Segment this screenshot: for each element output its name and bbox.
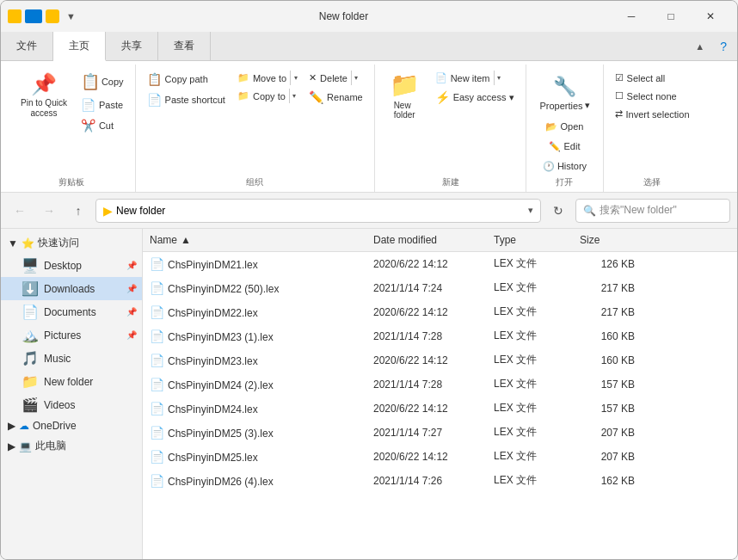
sidebar-item-music[interactable]: 🎵 Music <box>1 347 142 370</box>
quick-access-header[interactable]: ▼ ⭐ 快速访问 <box>1 232 142 254</box>
properties-arrow: ▾ <box>585 100 590 111</box>
file-type: LEX 文件 <box>487 326 573 346</box>
sidebar-item-downloads[interactable]: ⬇️ Downloads 📌 <box>1 277 142 300</box>
help-button[interactable]: ? <box>710 32 737 60</box>
file-name: 📄ChsPinyinDM23 (1).lex <box>143 327 366 346</box>
file-name: 📄ChsPinyinDM24 (2).lex <box>143 375 366 394</box>
titlebar-folder-icon-yellow <box>8 9 22 23</box>
music-icon: 🎵 <box>22 350 39 366</box>
file-row[interactable]: 📄ChsPinyinDM25 (3).lex 2021/1/14 7:27 LE… <box>143 421 737 445</box>
search-bar[interactable]: 🔍 搜索"New folder" <box>575 199 730 223</box>
forward-button[interactable]: → <box>37 199 61 223</box>
sidebar-item-desktop[interactable]: 🖥️ Desktop 📌 <box>1 254 142 277</box>
cut-button[interactable]: ✂️ Cut <box>77 116 128 135</box>
file-row[interactable]: 📄ChsPinyinDM25.lex 2020/6/22 14:12 LEX 文… <box>143 445 737 469</box>
file-date: 2020/6/22 14:12 <box>366 304 487 321</box>
move-to-main[interactable]: 📁 Move to <box>234 71 290 85</box>
sidebar-item-documents[interactable]: 📄 Documents 📌 <box>1 300 142 323</box>
titlebar-icons: ▼ <box>8 9 76 23</box>
ribbon-toggle-arrow[interactable]: ▲ <box>690 32 710 60</box>
invert-selection-button[interactable]: ⇄ Invert selection <box>611 106 694 122</box>
minimize-button[interactable]: ─ <box>612 1 651 32</box>
pin-to-quick-access-button[interactable]: 📌 Pin to Quickaccess <box>15 68 73 123</box>
pictures-pin-icon: 📌 <box>126 330 137 340</box>
documents-icon: 📄 <box>22 304 39 320</box>
new-item-arrow[interactable]: ▾ <box>494 71 504 85</box>
sidebar-item-pictures[interactable]: 🏔️ Pictures 📌 <box>1 323 142 347</box>
paste-shortcut-button[interactable]: 📄 Paste shortcut <box>143 90 230 109</box>
select-all-button[interactable]: ☑ Select all <box>611 70 694 86</box>
new-folder-button[interactable]: 📁 Newfolder <box>382 68 427 122</box>
file-date: 2021/1/14 7:26 <box>366 472 487 489</box>
file-row[interactable]: 📄ChsPinyinDM24.lex 2020/6/22 14:12 LEX 文… <box>143 397 737 421</box>
header-date[interactable]: Date modified <box>366 232 487 248</box>
tab-home[interactable]: 主页 <box>53 32 106 61</box>
file-name: 📄ChsPinyinDM22.lex <box>143 303 366 322</box>
file-size: 217 KB <box>573 304 642 321</box>
open-button[interactable]: 📂 Open <box>541 119 587 135</box>
cut-icon: ✂️ <box>81 119 95 132</box>
header-type[interactable]: Type <box>487 232 573 248</box>
thispc-header[interactable]: ▶ 💻 此电脑 <box>1 435 142 457</box>
onedrive-header[interactable]: ▶ ☁ OneDrive <box>1 416 142 435</box>
file-name: 📄ChsPinyinDM24.lex <box>143 399 366 418</box>
pictures-icon: 🏔️ <box>22 327 39 343</box>
back-button[interactable]: ← <box>8 199 32 223</box>
sidebar-item-videos[interactable]: 🎬 Videos <box>1 393 142 416</box>
quick-access-icon: ⭐ <box>22 237 34 249</box>
cut-label: Cut <box>99 120 114 131</box>
sidebar-item-new-folder[interactable]: 📁 New folder <box>1 370 142 393</box>
rename-button[interactable]: ✏️ Rename <box>304 88 367 107</box>
maximize-button[interactable]: □ <box>651 1 691 32</box>
file-row[interactable]: 📄ChsPinyinDM26 (4).lex 2021/1/14 7:26 LE… <box>143 469 737 493</box>
copy-to-main[interactable]: 📁 Copy to <box>234 89 289 103</box>
delete-main[interactable]: ✕ Delete <box>305 71 351 85</box>
header-size[interactable]: Size <box>573 232 642 248</box>
paste-icon: 📄 <box>81 98 95 112</box>
file-row[interactable]: 📄ChsPinyinDM22 (50).lex 2021/1/14 7:24 L… <box>143 276 737 300</box>
new-item-button[interactable]: 📄 New item ▾ <box>431 70 520 86</box>
tab-view[interactable]: 查看 <box>158 32 211 60</box>
select-none-button[interactable]: ☐ Select none <box>611 88 694 104</box>
tab-file[interactable]: 文件 <box>1 32 53 60</box>
edit-label: ✏️ Edit <box>549 141 580 152</box>
new-item-label: New item <box>451 73 490 83</box>
easy-access-button[interactable]: ⚡ Easy access ▾ <box>431 88 520 107</box>
copy-button[interactable]: 📋 Copy <box>77 70 128 94</box>
address-bar[interactable]: ▶ New folder ▾ <box>95 199 541 223</box>
paste-shortcut-label: Paste shortcut <box>165 95 225 105</box>
history-label: 🕐 History <box>543 161 587 172</box>
file-row[interactable]: 📄ChsPinyinDM23.lex 2020/6/22 14:12 LEX 文… <box>143 348 737 372</box>
titlebar-dropdown-arrow[interactable]: ▼ <box>66 11 76 22</box>
easy-access-arrow: ▾ <box>509 92 514 103</box>
titlebar-title: New folder <box>76 10 612 22</box>
close-button[interactable]: ✕ <box>691 1 730 32</box>
up-button[interactable]: ↑ <box>66 199 90 223</box>
file-row[interactable]: 📄ChsPinyinDM22.lex 2020/6/22 14:12 LEX 文… <box>143 300 737 324</box>
new-item-main[interactable]: 📄 New item <box>432 71 494 85</box>
pictures-label: Pictures <box>44 329 81 342</box>
address-dropdown-arrow[interactable]: ▾ <box>528 205 533 216</box>
history-button[interactable]: 🕐 History <box>538 158 591 175</box>
paste-button[interactable]: 📄 Paste <box>77 95 128 114</box>
file-row[interactable]: 📄ChsPinyinDM23 (1).lex 2021/1/14 7:28 LE… <box>143 324 737 348</box>
ribbon-group-organize: 📋 Copy path 📄 Paste shortcut 📁 Move to ▾ <box>136 65 375 192</box>
header-date-label: Date modified <box>373 234 437 246</box>
refresh-button[interactable]: ↻ <box>546 199 570 223</box>
edit-button[interactable]: ✏️ Edit <box>544 138 584 155</box>
file-row[interactable]: 📄ChsPinyinDM21.lex 2020/6/22 14:12 LEX 文… <box>143 252 737 276</box>
file-list: 📄ChsPinyinDM21.lex 2020/6/22 14:12 LEX 文… <box>143 252 737 560</box>
move-to-arrow[interactable]: ▾ <box>290 71 300 85</box>
tab-share[interactable]: 共享 <box>106 32 158 60</box>
delete-button[interactable]: ✕ Delete ▾ <box>304 70 367 86</box>
delete-arrow[interactable]: ▾ <box>351 71 361 85</box>
file-row[interactable]: 📄ChsPinyinDM24 (2).lex 2021/1/14 7:28 LE… <box>143 372 737 397</box>
copy-to-button[interactable]: 📁 Copy to ▾ <box>233 88 301 104</box>
header-name[interactable]: Name ▲ <box>143 232 366 248</box>
file-area: Name ▲ Date modified Type Size 📄ChsPinyi… <box>143 229 737 560</box>
file-type-icon: 📄 <box>150 426 164 440</box>
properties-button[interactable]: 🔧 Properties ▾ <box>533 71 595 115</box>
move-to-button[interactable]: 📁 Move to ▾ <box>233 70 301 86</box>
copy-to-arrow[interactable]: ▾ <box>289 89 299 103</box>
copy-path-button[interactable]: 📋 Copy path <box>143 70 230 89</box>
